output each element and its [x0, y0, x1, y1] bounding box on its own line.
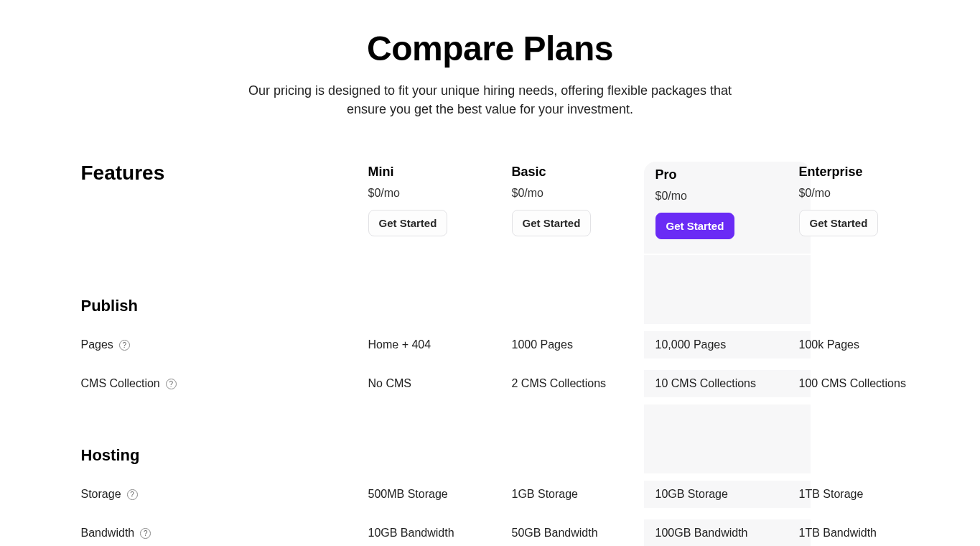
feature-cell: Home + 404 [368, 338, 512, 351]
plan-column-enterprise: Enterprise $0/mo Get Started [799, 162, 943, 236]
plan-name: Basic [512, 162, 655, 180]
help-icon[interactable] [140, 528, 151, 539]
feature-row-bandwidth: Bandwidth 10GB Bandwidth 50GB Bandwidth … [81, 514, 900, 546]
help-icon[interactable] [127, 489, 138, 500]
get-started-button-enterprise[interactable]: Get Started [799, 210, 879, 236]
feature-cell: 10,000 Pages [644, 331, 811, 358]
get-started-button-mini[interactable]: Get Started [368, 210, 448, 236]
help-icon[interactable] [119, 340, 130, 351]
plan-name: Enterprise [799, 162, 943, 180]
section-heading: Hosting [81, 403, 368, 475]
feature-cell: 1TB Storage [799, 488, 943, 501]
feature-cell: 100k Pages [799, 338, 943, 351]
feature-cell: 10 CMS Collections [644, 370, 811, 397]
feature-cell: 1000 Pages [512, 338, 655, 351]
feature-cell: 50GB Bandwidth [512, 527, 655, 540]
section-row-publish: Publish [81, 254, 900, 325]
plan-price: $0/mo [512, 187, 655, 200]
plan-column-pro: Pro $0/mo Get Started [644, 162, 811, 254]
page-title: Compare Plans [81, 29, 900, 68]
feature-cell: 500MB Storage [368, 488, 512, 501]
feature-label: Storage [81, 488, 121, 501]
get-started-button-pro[interactable]: Get Started [655, 213, 735, 239]
plan-name: Mini [368, 162, 512, 180]
plan-price: $0/mo [799, 187, 943, 200]
feature-row-pages: Pages Home + 404 1000 Pages 10,000 Pages… [81, 325, 900, 364]
feature-cell: No CMS [368, 377, 512, 390]
plan-header-row: Features Mini $0/mo Get Started Basic $0… [81, 162, 900, 254]
help-icon[interactable] [166, 379, 177, 389]
feature-cell: 2 CMS Collections [512, 377, 655, 390]
section-row-hosting: Hosting [81, 403, 900, 475]
feature-cell: 100GB Bandwidth [644, 519, 811, 546]
feature-label: Bandwidth [81, 527, 135, 540]
plan-column-mini: Mini $0/mo Get Started [368, 162, 512, 236]
feature-label: Pages [81, 338, 113, 351]
plan-column-basic: Basic $0/mo Get Started [512, 162, 655, 236]
page-subtitle: Our pricing is designed to fit your uniq… [239, 81, 742, 119]
plan-price: $0/mo [655, 190, 799, 203]
plan-price: $0/mo [368, 187, 512, 200]
feature-cell: 1TB Bandwidth [799, 527, 943, 540]
feature-label: CMS Collection [81, 377, 160, 390]
feature-cell: 10GB Storage [644, 481, 811, 508]
plan-name: Pro [655, 165, 799, 182]
feature-row-storage: Storage 500MB Storage 1GB Storage 10GB S… [81, 475, 900, 514]
get-started-button-basic[interactable]: Get Started [512, 210, 592, 236]
page-header: Compare Plans Our pricing is designed to… [81, 0, 900, 162]
feature-cell: 10GB Bandwidth [368, 527, 512, 540]
feature-cell: 1GB Storage [512, 488, 655, 501]
feature-row-cms: CMS Collection No CMS 2 CMS Collections … [81, 364, 900, 403]
feature-cell: 100 CMS Collections [799, 377, 943, 390]
section-heading: Publish [81, 254, 368, 325]
features-heading: Features [81, 162, 368, 185]
